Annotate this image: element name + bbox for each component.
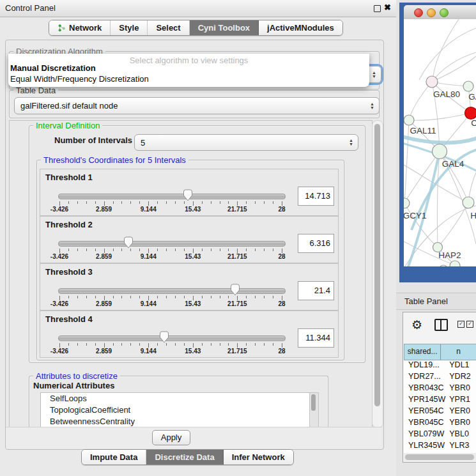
- network-node-ga[interactable]: [463, 81, 473, 91]
- attribute-list-item[interactable]: BetweennessCentrality: [41, 416, 309, 427]
- slider-tick: [202, 249, 203, 251]
- slider-tick-label: 28: [278, 253, 285, 260]
- table-panel-card: ⚙ ✓ ✓ shared... n YDL19...YDL1YDR27...YD…: [403, 312, 476, 463]
- column-header-shared-name[interactable]: shared...: [404, 344, 441, 360]
- slider-tick: [220, 296, 220, 298]
- slider-tick: [121, 201, 122, 204]
- tab-discretize-data[interactable]: Discretize Data: [146, 450, 223, 464]
- table-row[interactable]: YLR345WYLR3: [404, 441, 476, 452]
- slider-tick: [184, 201, 185, 204]
- node-table-rows: YDL19...YDL1YDR27...YDR2YBR043CYBR0YPR14…: [404, 360, 476, 454]
- threshold-slider-track[interactable]: [58, 241, 286, 247]
- network-canvas[interactable]: GAL80GACGAL11GAL4GCY1HHAP2: [404, 19, 476, 266]
- table-row[interactable]: YBL079WYBL0: [404, 429, 476, 441]
- slider-tick-label: 15.43: [185, 300, 201, 307]
- network-node-gal11[interactable]: [404, 115, 414, 125]
- threshold-value-field[interactable]: 21.4: [298, 281, 334, 300]
- table-row[interactable]: YBR043CYBR0: [404, 383, 476, 395]
- table-data-group-title: Table Data: [13, 86, 58, 95]
- table-row[interactable]: YPR145WYPR1: [404, 395, 476, 406]
- slider-tick: [228, 296, 229, 298]
- threshold-slider-thumb[interactable]: [183, 189, 193, 201]
- checkbox-icon[interactable]: ✓: [466, 321, 473, 328]
- apply-button[interactable]: Apply: [152, 430, 190, 445]
- vertical-scrollbar[interactable]: [372, 120, 383, 428]
- slider-tick: [228, 249, 229, 251]
- table-row[interactable]: YDR27...YDR2: [404, 372, 476, 383]
- tab-label: Select: [156, 23, 180, 33]
- tab-label: Network: [69, 23, 102, 33]
- checkbox-icon[interactable]: ✓: [457, 321, 464, 328]
- table-row[interactable]: YER054CYER0: [404, 406, 476, 418]
- threshold-value-field[interactable]: 11.344: [298, 328, 334, 348]
- slider-tick: [237, 343, 238, 348]
- close-icon[interactable]: ✖: [384, 3, 391, 12]
- minimize-traffic-light-icon[interactable]: [427, 8, 436, 17]
- slider-tick: [139, 296, 140, 298]
- slider-tick: [184, 343, 185, 346]
- network-node-c[interactable]: [465, 107, 476, 119]
- threshold-slider-track[interactable]: [58, 194, 286, 199]
- gear-icon[interactable]: ⚙: [411, 318, 422, 332]
- slider-tick-label: -3.426: [50, 300, 68, 307]
- threshold-slider-track[interactable]: [58, 288, 286, 294]
- algorithm-option[interactable]: Equal Width/Frequency Discretization: [10, 74, 149, 84]
- tab-style[interactable]: Style: [111, 20, 148, 35]
- right-area: GAL80GACGAL11GAL4GCY1HHAP2 Table Panel ⚙…: [396, 0, 476, 476]
- network-node-gcy1[interactable]: [404, 198, 410, 208]
- network-node[interactable]: [439, 265, 448, 266]
- tab-jactivemnodules[interactable]: jActiveMNodules: [259, 20, 342, 35]
- threshold-slider-track[interactable]: [58, 335, 286, 341]
- tab-impute-data[interactable]: Impute Data: [82, 450, 146, 464]
- tab-cyni-toolbox[interactable]: Cyni Toolbox: [190, 20, 259, 35]
- horizontal-scrollbar-thumb[interactable]: [405, 454, 474, 460]
- tab-select[interactable]: Select: [148, 20, 189, 35]
- vertical-scrollbar-thumb[interactable]: [374, 124, 380, 406]
- attribute-list-item[interactable]: SelfLoops: [41, 393, 309, 404]
- slider-tick: [255, 249, 256, 251]
- slider-tick: [104, 201, 105, 206]
- table-data-combo[interactable]: galFiltered.sif default node ▲▼: [14, 97, 380, 114]
- combo-stepper-icon: ▲▼: [372, 66, 376, 82]
- attribute-list-item[interactable]: TopologicalCoefficient: [41, 404, 309, 416]
- threshold-value-field[interactable]: 6.316: [298, 234, 334, 253]
- close-traffic-light-icon[interactable]: [414, 8, 423, 17]
- numerical-attributes-list[interactable]: SelfLoopsTopologicalCoefficientBetweenne…: [40, 392, 310, 428]
- number-of-intervals-combo[interactable]: 5 ▲▼: [134, 134, 358, 151]
- table-row[interactable]: YDL19...YDL1: [404, 360, 476, 372]
- slider-tick-label: 21.715: [227, 348, 247, 355]
- threshold-slider-thumb[interactable]: [123, 236, 134, 249]
- threshold-slider-thumb[interactable]: [230, 284, 240, 296]
- threshold-label: Threshold 2: [45, 220, 93, 229]
- split-columns-icon[interactable]: [434, 319, 448, 331]
- slider-tick: [157, 249, 158, 251]
- float-window-icon[interactable]: [374, 5, 381, 12]
- slider-tick: [220, 249, 220, 251]
- tab-infer-network[interactable]: Infer Network: [224, 450, 293, 464]
- bottom-tab-bar: Impute DataDiscretize DataInfer Network: [81, 449, 294, 465]
- name-cell: YDL1: [447, 360, 476, 372]
- slider-tick: [157, 343, 158, 346]
- name-cell: YLR3: [447, 441, 476, 452]
- zoom-traffic-light-icon[interactable]: [440, 8, 449, 17]
- shared-name-cell: YBR043C: [404, 383, 447, 395]
- name-cell: YBR0: [447, 418, 476, 429]
- threshold-slider-thumb[interactable]: [159, 331, 169, 343]
- network-node-h[interactable]: [463, 197, 474, 208]
- tab-network[interactable]: Network: [49, 20, 111, 35]
- slider-tick: [166, 201, 167, 204]
- attributes-list-scrollbar-thumb[interactable]: [311, 394, 316, 411]
- threshold-value-field[interactable]: 14.713: [298, 187, 334, 206]
- table-row[interactable]: YBR045CYBR0: [404, 418, 476, 429]
- network-node-gal4[interactable]: [433, 144, 447, 159]
- algorithm-option[interactable]: Manual Discretization: [10, 63, 96, 73]
- network-node-label: GCY1: [404, 211, 426, 220]
- column-header-name[interactable]: n: [441, 344, 476, 360]
- horizontal-scrollbar[interactable]: [404, 453, 476, 461]
- network-node-label: C: [471, 118, 476, 128]
- control-panel-window: Control Panel ✖ NetworkStyleSelectCyni T…: [0, 0, 396, 476]
- slider-tick: [77, 343, 78, 346]
- network-node-gal80[interactable]: [426, 76, 438, 88]
- slider-tick: [157, 296, 158, 298]
- attributes-list-scrollbar[interactable]: [309, 392, 319, 428]
